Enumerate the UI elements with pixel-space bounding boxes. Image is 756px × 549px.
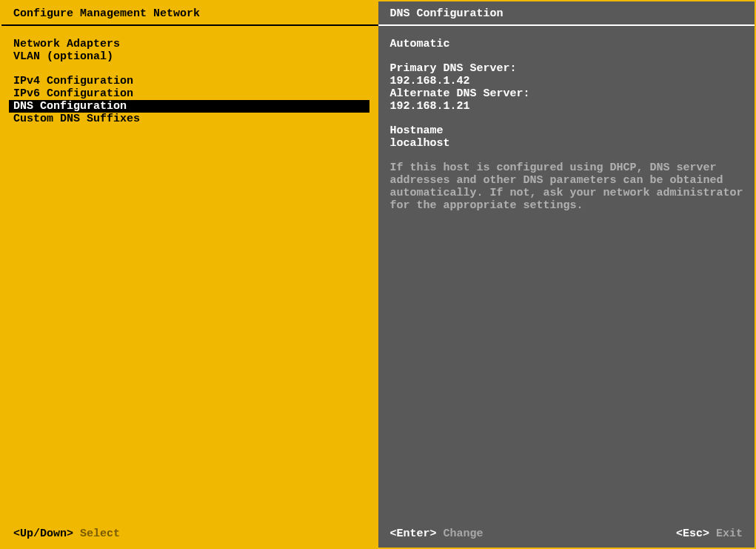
enter-hint: <Enter> Change xyxy=(390,528,484,540)
menu-group-config: IPv4 Configuration IPv6 Configuration DN… xyxy=(1,75,378,125)
enter-action: Change xyxy=(444,528,484,540)
esc-action: Exit xyxy=(716,528,743,540)
hostname-block: Hostname localhost xyxy=(390,124,746,150)
alternate-dns-label: Alternate DNS Server: xyxy=(390,87,746,100)
menu-item-network-adapters[interactable]: Network Adapters xyxy=(1,38,378,50)
esc-hint: <Esc> Exit xyxy=(676,528,743,540)
updown-hint: <Up/Down> Select xyxy=(13,528,120,540)
menu-item-vlan[interactable]: VLAN (optional) xyxy=(1,50,378,63)
menu-item-ipv4[interactable]: IPv4 Configuration xyxy=(1,75,378,87)
menu-item-dns-configuration[interactable]: DNS Configuration xyxy=(9,100,369,113)
menu-body: Network Adapters VLAN (optional) IPv4 Co… xyxy=(1,26,378,548)
menu-group-adapters: Network Adapters VLAN (optional) xyxy=(1,38,378,63)
left-footer: <Up/Down> Select xyxy=(1,522,378,548)
left-panel-title: Configure Management Network xyxy=(1,1,378,26)
menu-item-ipv6[interactable]: IPv6 Configuration xyxy=(1,87,378,100)
dns-mode-block: Automatic xyxy=(390,38,746,50)
menu-item-custom-dns-suffixes[interactable]: Custom DNS Suffixes xyxy=(1,113,378,125)
dns-servers-block: Primary DNS Server: 192.168.1.42 Alterna… xyxy=(390,62,746,113)
right-panel: DNS Configuration Automatic Primary DNS … xyxy=(378,1,755,548)
right-panel-title: DNS Configuration xyxy=(378,1,755,26)
detail-body: Automatic Primary DNS Server: 192.168.1.… xyxy=(378,26,755,548)
right-footer: <Enter> Change <Esc> Exit xyxy=(378,522,755,548)
alternate-dns-value: 192.168.1.21 xyxy=(390,100,746,113)
primary-dns-value: 192.168.1.42 xyxy=(390,75,746,87)
left-panel: Configure Management Network Network Ada… xyxy=(1,1,378,548)
esc-key: <Esc> xyxy=(676,528,709,540)
dns-mode: Automatic xyxy=(390,38,746,50)
updown-action: Select xyxy=(80,528,120,540)
primary-dns-label: Primary DNS Server: xyxy=(390,62,746,75)
updown-key: <Up/Down> xyxy=(13,528,73,540)
hostname-label: Hostname xyxy=(390,124,746,137)
enter-key: <Enter> xyxy=(390,528,437,540)
help-text: If this host is configured using DHCP, D… xyxy=(390,162,746,212)
hostname-value: localhost xyxy=(390,137,746,150)
